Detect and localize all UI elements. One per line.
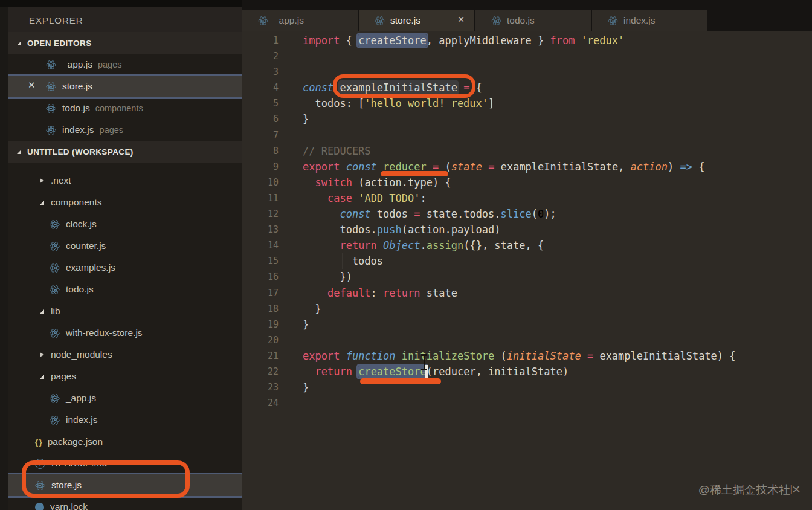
open-editors-list: _app.jspages✕store.jstodo.jscomponentsin…	[0, 54, 242, 141]
line-number: 12	[242, 206, 279, 222]
open-editor-store-js[interactable]: ✕store.js	[0, 76, 242, 97]
clipped-folder-label: with-redux-app	[0, 163, 242, 164]
react-icon	[46, 125, 56, 135]
file-label: index.js	[66, 415, 98, 425]
line-number: 20	[242, 332, 279, 348]
react-icon	[50, 263, 60, 273]
tab-store-js[interactable]: store.js✕	[359, 10, 474, 31]
file-label: todo.js	[62, 103, 90, 114]
workspace-header[interactable]: UNTITLED (WORKSPACE)	[0, 141, 242, 163]
react-icon	[46, 103, 56, 114]
close-icon[interactable]: ✕	[457, 15, 465, 24]
tree-item-yarn-lock[interactable]: yarn.lock	[0, 496, 242, 510]
tab--app-js[interactable]: _app.js	[242, 10, 358, 31]
tree-item-counter-js[interactable]: counter.js	[0, 235, 242, 257]
folder-label: pages	[51, 371, 76, 382]
chevron-expanded-icon	[17, 41, 21, 45]
code-line-24: 24	[242, 395, 812, 411]
react-icon	[35, 480, 45, 491]
code-line-6: 6}	[242, 111, 812, 127]
line-number: 22	[242, 364, 279, 379]
code-editor[interactable]: 1import { createStore, applyMiddleware }…	[242, 31, 812, 510]
react-icon	[491, 16, 501, 26]
code-line-20: 20	[242, 332, 812, 348]
code-line-9: 9export const reducer = (state = example…	[242, 159, 812, 175]
code-line-22: 22 return createStore(reducer, initialSt…	[242, 364, 812, 379]
react-icon	[46, 60, 56, 70]
react-icon	[375, 16, 385, 26]
line-number: 11	[242, 190, 279, 206]
react-icon	[491, 16, 501, 26]
open-editor--app-js[interactable]: _app.jspages	[0, 54, 242, 76]
code-line-14: 14 return Object.assign({}, state, {	[242, 237, 812, 253]
code-line-21: 21export function initializeStore (initi…	[242, 348, 812, 364]
code-line-15: 15 todos	[242, 253, 812, 269]
tab-todo-js[interactable]: todo.js	[475, 10, 591, 31]
react-icon	[50, 393, 60, 404]
react-icon	[46, 125, 56, 135]
open-editor-index-js[interactable]: index.jspages	[0, 119, 242, 141]
line-number: 17	[242, 285, 279, 301]
react-icon	[46, 103, 56, 114]
line-number: 2	[242, 48, 279, 64]
line-number: 21	[242, 348, 279, 364]
react-icon	[50, 241, 60, 251]
chevron-collapsed-icon	[40, 178, 44, 183]
tab-label: _app.js	[274, 15, 304, 26]
vscode-window: EXPLORER OPEN EDITORS _app.jspages✕store…	[0, 0, 812, 510]
tree-item-examples-js[interactable]: examples.js	[0, 257, 242, 279]
tree-item--app-js[interactable]: _app.js	[0, 387, 242, 409]
code-line-10: 10 switch (action.type) {	[242, 175, 812, 190]
line-number: 10	[242, 175, 279, 190]
tree-item-clock-js[interactable]: clock.js	[0, 213, 242, 235]
tree-item-todo-js[interactable]: todo.js	[0, 279, 242, 300]
code-line-7: 7	[242, 128, 812, 143]
tree-item-index-js[interactable]: index.js	[0, 409, 242, 431]
open-editor-todo-js[interactable]: todo.jscomponents	[0, 97, 242, 119]
tree-item-pages[interactable]: pages	[0, 366, 242, 387]
file-tree: .nextcomponentsclock.jscounter.jsexample…	[0, 170, 242, 510]
yarn-icon	[35, 503, 44, 510]
line-number: 1	[242, 33, 279, 48]
explorer-title: EXPLORER	[0, 7, 242, 32]
line-number: 24	[242, 395, 279, 411]
chevron-expanded-icon	[17, 150, 21, 154]
folder-badge: pages	[100, 125, 124, 135]
folder-label: lib	[51, 306, 60, 317]
editor-area: _app.jsstore.js✕todo.jsindex.js 1import …	[242, 0, 812, 510]
tree-item-store-js[interactable]: store.js	[0, 474, 242, 496]
tree-item-with-redux-store-js[interactable]: with-redux-store.js	[0, 322, 242, 344]
folder-label: node_modules	[51, 349, 112, 360]
react-icon	[258, 16, 268, 26]
tree-item-readme-md[interactable]: iREADME.md	[0, 453, 242, 474]
tree-item-components[interactable]: components	[0, 192, 242, 213]
code-line-17: 17 default: return state	[242, 285, 812, 301]
tree-item--next[interactable]: .next	[0, 170, 242, 192]
tree-item-node-modules[interactable]: node_modules	[0, 344, 242, 366]
file-label: todo.js	[66, 284, 94, 295]
tab-label: store.js	[390, 15, 420, 26]
tab-index-js[interactable]: index.js	[592, 10, 707, 31]
file-label: clock.js	[66, 219, 97, 230]
react-icon	[50, 328, 60, 338]
chevron-expanded-icon	[40, 375, 44, 379]
close-icon[interactable]: ✕	[28, 80, 36, 91]
line-number: 7	[242, 128, 279, 143]
open-editors-header[interactable]: OPEN EDITORS	[0, 32, 242, 54]
react-icon	[608, 16, 618, 26]
line-number: 19	[242, 317, 279, 332]
tabs: _app.jsstore.js✕todo.jsindex.js	[242, 10, 709, 31]
react-icon	[50, 219, 60, 230]
line-number: 5	[242, 95, 279, 111]
folder-badge: pages	[98, 60, 122, 69]
line-number: 8	[242, 143, 279, 159]
tree-item-lib[interactable]: lib	[0, 300, 242, 322]
file-label: yarn.lock	[50, 502, 88, 510]
tree-item-package-json[interactable]: { }package.json	[0, 431, 242, 453]
info-icon: i	[35, 459, 45, 469]
code-line-5: 5 todos: ['hello world! redux']	[242, 95, 812, 111]
react-icon	[50, 415, 60, 425]
code-line-2: 2	[242, 48, 812, 64]
file-label: counter.js	[66, 240, 106, 251]
file-label: store.js	[51, 480, 82, 491]
